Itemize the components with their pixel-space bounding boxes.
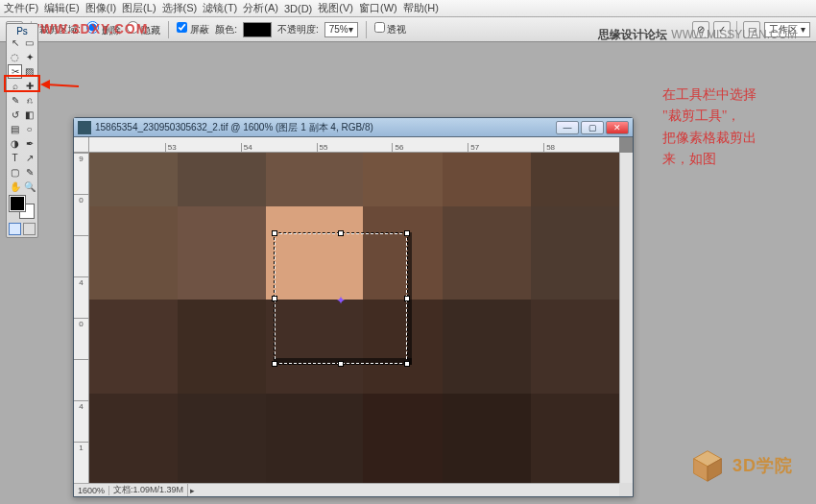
blur-tool[interactable]: ○ [22,122,36,136]
pixel-cell [178,394,266,483]
pixel-cell [531,394,619,483]
menu-window[interactable]: 窗口(W) [359,1,397,15]
marquee-tool[interactable]: ▭ [22,36,36,50]
menu-edit[interactable]: 编辑(E) [44,1,80,15]
logo-3dxueyuan: 3D学院 [690,448,793,483]
opt-perspective[interactable]: 透视 [374,22,407,36]
crop-handle-tl[interactable] [272,230,277,236]
color-swatches[interactable] [8,196,36,219]
pixel-cell [363,153,443,206]
crop-tool[interactable]: ✂ [8,64,22,79]
menu-file[interactable]: 文件(F) [4,1,38,15]
move-tool[interactable]: ↖ [8,36,22,50]
shield-color-swatch[interactable] [243,22,272,37]
opacity-field[interactable]: 75% ▾ [324,22,358,37]
menu-3d[interactable]: 3D(D) [284,3,312,14]
watermark-3dxy: WWW.3DXY.COM [27,21,148,36]
svg-line-0 [46,84,79,86]
maximize-button[interactable]: ▢ [581,121,604,134]
menu-filter[interactable]: 滤镜(T) [203,1,237,15]
menu-view[interactable]: 视图(V) [318,1,353,15]
menu-bar: 文件(F) 编辑(E) 图像(I) 图层(L) 选择(S) 滤镜(T) 分析(A… [0,0,816,17]
doc-size-status[interactable]: 文档:1.09M/1.39M [109,484,188,496]
document-icon [78,121,91,134]
ruler-horizontal[interactable]: 535455565758 [89,137,619,153]
clone-stamp-tool[interactable]: ⎌ [22,93,36,108]
logo-text: 3D学院 [732,454,793,477]
crop-center-icon[interactable]: ✦ [336,294,346,307]
ps-logo-icon: Ps [9,26,36,34]
zoom-tool[interactable]: 🔍 [22,180,36,194]
healing-brush-tool[interactable]: ✚ [22,79,36,93]
pixel-cell [89,153,178,206]
pixel-cell [89,300,178,394]
watermark-missyuan: 思缘设计论坛WWW.MISSYUAN.COM [598,27,797,43]
pixel-cell [178,300,266,394]
pixel-cell [89,394,178,483]
menu-image[interactable]: 图像(I) [85,1,116,15]
pixel-cell [443,394,531,483]
crop-marquee[interactable]: ✦ [274,232,408,365]
document-window: 15865354_230950305632_2.tif @ 1600% (图层 … [73,117,634,497]
rectangle-tool[interactable]: ▢ [8,165,22,180]
canvas[interactable]: ✦ [89,153,619,483]
quickmask-mode-button[interactable] [23,223,36,235]
cube-icon [690,448,725,483]
slice-tool[interactable]: ▨ [22,64,36,79]
path-selection-tool[interactable]: ↗ [22,151,36,165]
crop-handle-mr[interactable] [404,296,410,301]
dodge-tool[interactable]: ◑ [8,136,22,151]
eyedropper-tool[interactable]: ⌕ [8,79,22,93]
status-arrow-icon[interactable]: ▸ [190,486,195,495]
zoom-field[interactable]: 1600% [74,486,109,495]
pixel-cell [178,206,266,300]
foreground-color-swatch[interactable] [10,196,25,211]
standard-mode-button[interactable] [9,223,21,235]
document-titlebar[interactable]: 15865354_230950305632_2.tif @ 1600% (图层 … [74,118,633,137]
crop-handle-tr[interactable] [404,230,410,236]
type-tool[interactable]: T [8,151,22,165]
document-title-text: 15865354_230950305632_2.tif @ 1600% (图层 … [95,121,373,134]
annotation-text: 在工具栏中选择 "裁剪工具"， 把像素格裁剪出 来，如图 [662,84,797,171]
pixel-cell [531,206,619,300]
menu-analysis[interactable]: 分析(A) [243,1,278,15]
hand-tool[interactable]: ✋ [8,180,22,194]
menu-help[interactable]: 帮助(H) [403,1,439,15]
ruler-origin[interactable] [74,137,89,153]
pixel-cell [266,153,363,206]
opt-shield[interactable]: 屏蔽 [177,22,209,36]
menu-select[interactable]: 选择(S) [162,1,198,15]
status-bar: 1600% 文档:1.09M/1.39M ▸ [74,483,619,496]
menu-layer[interactable]: 图层(L) [122,1,156,15]
pixel-cell [363,394,443,483]
scrollbar-vertical[interactable] [619,153,633,483]
resize-grip[interactable] [619,483,633,496]
lasso-tool[interactable]: ◌ [8,50,22,64]
crop-handle-ml[interactable] [272,296,277,301]
ruler-vertical[interactable]: 904041 [74,153,89,483]
pixel-cell [443,206,531,300]
pixel-cell [89,206,178,300]
close-button[interactable]: ✕ [606,121,629,134]
pen-tool[interactable]: ✒ [22,136,36,151]
crop-handle-tm[interactable] [338,230,344,236]
crop-handle-br[interactable] [404,361,410,367]
annotation-arrow-icon [40,79,79,90]
notes-tool[interactable]: ✎ [22,165,36,180]
opacity-label: 不透明度: [277,23,319,36]
eraser-tool[interactable]: ◧ [22,108,36,122]
pixel-cell [531,153,619,206]
magic-wand-tool[interactable]: ✦ [22,50,36,64]
toolbox: Ps ↖▭◌✦✂▨⌕✚✎⎌↺◧▤○◑✒T↗▢✎✋🔍 [6,23,38,238]
crop-handle-bm[interactable] [338,361,344,367]
history-brush-tool[interactable]: ↺ [8,108,22,122]
pixel-cell [531,300,619,394]
crop-handle-bl[interactable] [272,361,277,367]
brush-tool[interactable]: ✎ [8,93,22,108]
pixel-cell [178,153,266,206]
svg-marker-1 [40,80,50,89]
minimize-button[interactable]: — [556,121,579,134]
pixel-cell [443,300,531,394]
gradient-tool[interactable]: ▤ [8,122,22,136]
color-label: 颜色: [215,23,237,36]
